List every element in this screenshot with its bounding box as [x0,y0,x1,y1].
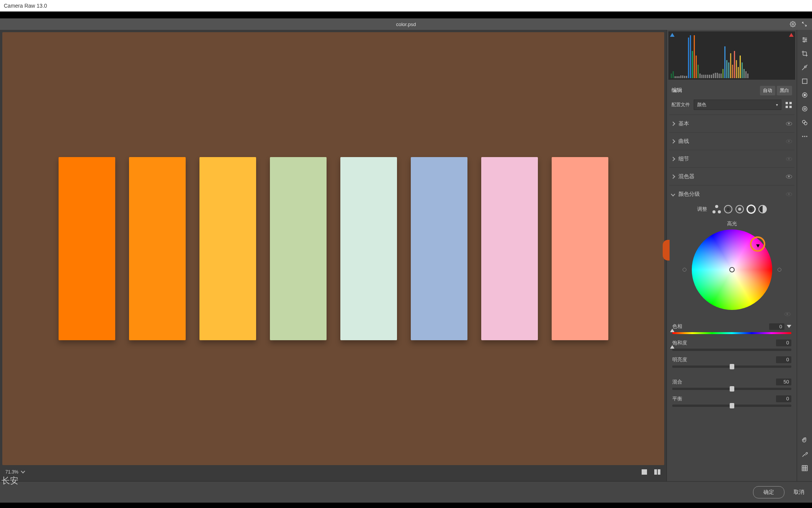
highlight-clip-icon[interactable] [789,33,794,37]
disclosure-icon[interactable] [787,325,791,328]
redeye-icon[interactable] [800,90,809,100]
blend-slider[interactable] [672,388,791,390]
balance-slider[interactable] [672,405,791,407]
local-adjust-icon[interactable] [800,77,809,86]
saturation-slider[interactable] [672,349,791,351]
svg-point-17 [804,94,805,96]
histogram[interactable] [668,31,795,80]
zoom-dropdown-icon[interactable] [21,469,25,473]
svg-point-18 [802,107,807,111]
profile-browser-icon[interactable] [785,102,792,108]
next-wheel-icon[interactable] [778,268,781,272]
sliders-icon[interactable] [800,35,809,44]
svg-point-11 [803,38,804,39]
svg-point-20 [802,120,805,123]
hue-slider-row: 色相 0 [669,321,794,338]
shadow-clip-icon[interactable] [670,33,675,37]
svg-point-0 [792,23,794,25]
balance-slider-row: 平衡 0 [669,394,794,411]
single-view-icon[interactable] [640,468,648,476]
hand-icon[interactable] [800,436,809,445]
zoom-level[interactable]: 71.3% [5,469,18,475]
cancel-button[interactable]: 取消 [794,489,804,496]
section-detail[interactable]: 细节 [669,150,794,167]
luminance-value[interactable]: 0 [776,356,791,363]
snapshot-icon[interactable] [800,104,809,113]
gear-icon[interactable] [788,20,797,29]
profile-dropdown[interactable]: 颜色 ▾ [694,100,781,110]
svg-point-19 [804,108,805,110]
chevron-down-icon: ▾ [776,103,778,107]
split-view-icon[interactable] [654,468,661,476]
preset-icon[interactable] [800,118,809,127]
color-sampler-icon[interactable] [800,450,809,459]
adjust-mode-row: 调整 [669,203,794,218]
eye-icon[interactable] [786,175,792,179]
tool-rail [797,30,812,481]
hue-slider[interactable] [672,332,791,334]
svg-point-13 [804,41,805,42]
grid-icon[interactable] [800,464,809,473]
svg-point-14 [804,66,806,68]
healing-icon[interactable] [800,63,809,72]
saturation-value[interactable]: 0 [776,339,791,346]
swatch-2 [129,157,186,340]
section-color-grading[interactable]: 颜色分级 [669,185,794,203]
three-way-icon[interactable] [712,205,721,213]
status-bar: 71.3% [2,465,664,479]
midtones-wheel-icon[interactable] [735,205,744,213]
image-canvas[interactable] [2,32,664,465]
document-header: color.psd [0,18,812,30]
hue-value[interactable]: 0 [769,323,784,330]
swatch-7 [481,157,538,340]
section-basic[interactable]: 基本 [669,115,794,132]
eye-icon[interactable] [784,312,791,316]
wheel-cursor-icon[interactable] [750,236,765,252]
eye-icon[interactable] [786,139,792,143]
document-name: color.psd [396,21,416,27]
swatch-5 [340,157,397,340]
svg-point-23 [804,136,805,137]
luminance-slider[interactable] [672,365,791,368]
swatch-4 [270,157,327,340]
more-icon[interactable] [800,132,809,141]
blend-value[interactable]: 50 [776,379,791,385]
eye-icon[interactable] [786,157,792,161]
edit-section-header: 编辑 自动 黑白 [669,83,794,98]
fullscreen-icon[interactable] [800,20,809,29]
canvas-overflow [663,240,670,261]
crop-icon[interactable] [800,49,809,58]
svg-rect-15 [802,79,807,84]
svg-rect-6 [786,106,788,108]
swatch-6 [411,157,467,340]
svg-rect-4 [786,102,788,104]
svg-rect-1 [642,469,647,475]
eye-icon[interactable] [786,192,792,196]
section-curve[interactable]: 曲线 [669,132,794,150]
prev-wheel-icon[interactable] [683,268,686,272]
swatch-1 [59,157,115,340]
bw-button[interactable]: 黑白 [777,86,792,95]
blend-slider-row: 混合 50 [669,377,794,394]
shadows-wheel-icon[interactable] [724,205,732,213]
svg-rect-3 [658,469,660,475]
edit-label: 编辑 [671,87,682,94]
svg-point-21 [804,122,807,125]
color-wheel[interactable] [692,229,772,310]
svg-rect-5 [789,102,792,104]
svg-rect-25 [802,465,807,471]
balance-value[interactable]: 0 [776,395,791,402]
eye-icon[interactable] [786,122,792,126]
section-color-mixer[interactable]: 混色器 [669,167,794,185]
highlights-wheel-icon[interactable] [747,205,755,213]
auto-button[interactable]: 自动 [760,86,775,95]
ok-button[interactable]: 确定 [753,486,784,498]
saturation-slider-row: 饱和度 0 [669,338,794,355]
global-wheel-icon[interactable] [758,205,767,213]
swatch-3 [199,157,256,340]
app-title: Camera Raw 13.0 [4,3,47,9]
title-bar: Camera Raw 13.0 [0,0,812,11]
svg-rect-2 [654,469,657,475]
wheel-label: 高光 [727,220,737,227]
letterbox [0,503,812,508]
